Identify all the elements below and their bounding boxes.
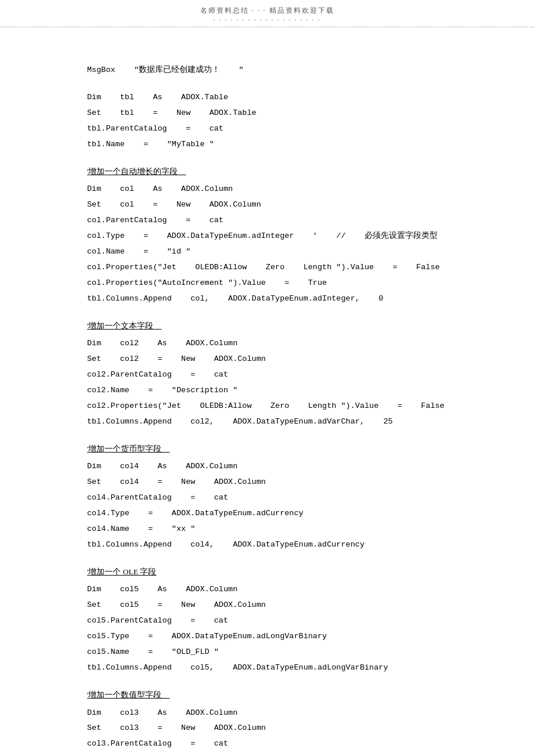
section-comment-3: '增加一个货币型字段 — [87, 442, 447, 456]
code-line: tbl.ParentCatalog = cat — [87, 124, 223, 133]
code-line: Dim tbl As ADOX.Table — [87, 93, 228, 102]
code-line: col.Properties("Jet OLEDB:Allow Zero Len… — [87, 263, 440, 272]
code-line: col5.ParentCatalog = cat — [87, 616, 228, 625]
code-line: tbl.Columns.Append col5, ADOX.DataTypeEn… — [87, 663, 388, 672]
section-comment-5: '增加一个数值型字段 — [87, 688, 447, 702]
code-line: Dim col5 As ADOX.Column — [87, 585, 237, 594]
code-line: Set col = New ADOX.Column — [87, 200, 261, 209]
code-line: col4.Name = "xx " — [87, 525, 195, 533]
code-line: col.Name = "id " — [87, 247, 190, 256]
code-line: tbl.Name = "MyTable " — [87, 140, 214, 149]
code-line: Set col4 = New ADOX.Column — [87, 478, 266, 486]
code-line: tbl.Columns.Append col2, ADOX.DataTypeEn… — [87, 417, 393, 426]
code-line: Dim col3 As ADOX.Column — [87, 708, 237, 717]
code-line: col3.ParentCatalog = cat — [87, 739, 228, 748]
code-block-col4: '增加一个货币型字段 Dim col4 As ADOX.Column Set c… — [87, 442, 447, 552]
code-block-col5: '增加一个 OLE 字段 Dim col5 As ADOX.Column Set… — [87, 565, 447, 675]
code-line: col5.Type = ADOX.DataTypeEnum.adLongVarB… — [87, 632, 327, 641]
code-line: Set col3 = New ADOX.Column — [87, 724, 266, 732]
page-content: MsgBox "数据库已经创建成功！ " Dim tbl As ADOX.Tab… — [0, 27, 534, 756]
code-line: col.Type = ADOX.DataTypeEnum.adInteger '… — [87, 231, 438, 240]
header-text: 名师资料总结 · · · 精品资料欢迎下载 — [200, 6, 334, 15]
code-line: col.Properties("AutoIncrement ").Value =… — [87, 278, 327, 287]
code-line: Dim col4 As ADOX.Column — [87, 462, 237, 471]
code-line: Dim col2 As ADOX.Column — [87, 339, 237, 348]
code-line: tbl.Columns.Append col4, ADOX.DataTypeEn… — [87, 540, 365, 549]
code-block-col: '增加一个自动增长的字段 Dim col As ADOX.Column Set … — [87, 165, 447, 306]
code-line: col2.Name = "Description " — [87, 386, 237, 395]
code-line: MsgBox "数据库已经创建成功！ " — [87, 66, 244, 74]
page-header: 名师资料总结 · · · 精品资料欢迎下载 · · · · · · · · · … — [0, 0, 534, 27]
code-block-intro: MsgBox "数据库已经创建成功！ " — [87, 62, 447, 78]
code-block-col3: '增加一个数值型字段 Dim col3 As ADOX.Column Set c… — [87, 688, 447, 751]
section-comment-2: '增加一个文本字段 — [87, 319, 447, 333]
code-line: Dim col As ADOX.Column — [87, 185, 233, 193]
code-block-tbl: Dim tbl As ADOX.Table Set tbl = New ADOX… — [87, 89, 447, 152]
code-line: Set col2 = New ADOX.Column — [87, 355, 266, 363]
code-line: Set col5 = New ADOX.Column — [87, 601, 266, 609]
section-comment-1: '增加一个自动增长的字段 — [87, 165, 447, 179]
code-block-col2: '增加一个文本字段 Dim col2 As ADOX.Column Set co… — [87, 319, 447, 429]
section-comment-4: '增加一个 OLE 字段 — [87, 565, 447, 579]
code-line: col2.Properties("Jet OLEDB:Allow Zero Le… — [87, 401, 445, 410]
code-line: col5.Name = "OLD_FLD " — [87, 648, 219, 656]
code-line: Set tbl = New ADOX.Table — [87, 108, 257, 117]
code-line: col.ParentCatalog = cat — [87, 216, 223, 225]
code-line: col4.Type = ADOX.DataTypeEnum.adCurrency — [87, 509, 304, 518]
code-line: col2.ParentCatalog = cat — [87, 370, 228, 379]
code-line: col4.ParentCatalog = cat — [87, 493, 228, 502]
code-line: tbl.Columns.Append col, ADOX.DataTypeEnu… — [87, 294, 383, 303]
header-dots: · · · · · · · · · · · · · · · · · · · — [214, 16, 321, 24]
